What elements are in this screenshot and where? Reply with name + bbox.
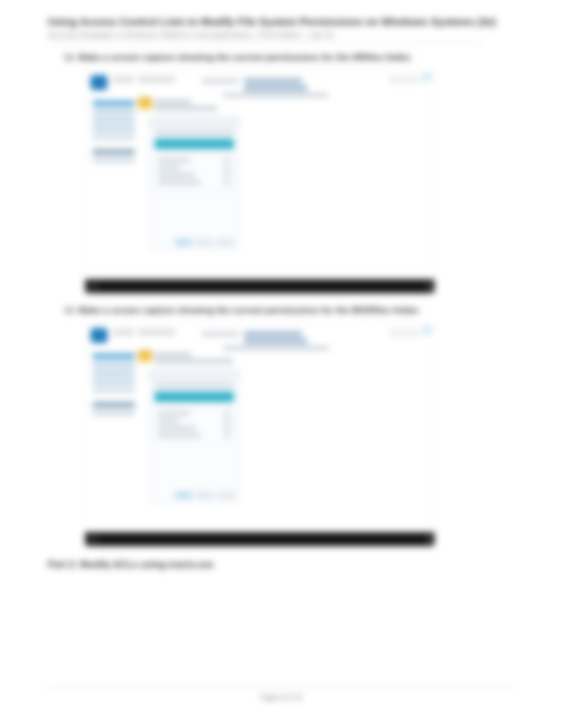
taskbar[interactable]	[85, 279, 434, 293]
file-label	[154, 352, 191, 357]
sidebar-item[interactable]	[93, 411, 135, 416]
cancel-button[interactable]	[217, 239, 235, 246]
perm-row	[158, 426, 230, 431]
taskbar[interactable]	[85, 532, 434, 546]
permissions-list	[155, 406, 234, 443]
step-text: Make a screen capture showing the curren…	[78, 305, 420, 316]
sidebar-item-thispc[interactable]	[93, 402, 135, 407]
step-text: Make a screen capture showing the curren…	[78, 52, 412, 63]
perm-row	[158, 166, 230, 171]
page-footer: Page 6 of 19	[48, 687, 514, 702]
search-input[interactable]	[389, 329, 421, 336]
tab-security[interactable]	[149, 370, 239, 380]
sidebar-item[interactable]	[93, 387, 135, 393]
search-input[interactable]	[389, 76, 421, 84]
folder-icon[interactable]	[138, 97, 152, 109]
file-label	[154, 99, 191, 104]
permissions-list	[155, 153, 234, 190]
explorer-sidebar	[93, 97, 135, 166]
sidebar-item[interactable]	[93, 134, 135, 140]
breadcrumb[interactable]	[223, 346, 329, 350]
nav-back-forward[interactable]	[113, 76, 134, 83]
explorer-icon	[90, 328, 107, 343]
perm-row	[158, 418, 230, 424]
address-bar[interactable]	[138, 329, 175, 335]
close-icon[interactable]	[423, 326, 431, 334]
perm-row	[158, 158, 230, 163]
step-13: 13. Make a screen capture showing the cu…	[64, 305, 530, 316]
step-number: 12.	[64, 52, 78, 63]
step-12: 12. Make a screen capture showing the cu…	[64, 52, 530, 63]
breadcrumb[interactable]	[223, 93, 329, 97]
breadcrumb[interactable]	[244, 86, 307, 91]
edit-button[interactable]	[175, 492, 193, 499]
screenshot-mgrfiles	[85, 323, 435, 547]
file-label	[154, 359, 233, 363]
dialog-buttons	[175, 239, 235, 246]
breadcrumb[interactable]	[202, 78, 239, 84]
breadcrumb[interactable]	[244, 331, 302, 336]
dialog-object-label	[155, 130, 234, 134]
folder-icon[interactable]	[138, 350, 152, 362]
file-label	[154, 106, 217, 111]
sidebar-item[interactable]	[93, 379, 135, 384]
step-number: 13.	[64, 305, 78, 316]
sidebar-item[interactable]	[93, 126, 135, 131]
perm-row	[158, 433, 230, 439]
dialog-group-highlight[interactable]	[155, 392, 234, 402]
breadcrumb[interactable]	[244, 339, 307, 344]
ok-button[interactable]	[196, 239, 214, 246]
perm-row	[158, 173, 230, 178]
cancel-button[interactable]	[217, 492, 235, 499]
perm-row	[158, 411, 230, 416]
dialog-group-highlight[interactable]	[155, 139, 234, 149]
sidebar-item[interactable]	[93, 158, 135, 163]
sidebar-item-quickaccess[interactable]	[93, 353, 135, 359]
sidebar-item[interactable]	[93, 109, 135, 114]
breadcrumb[interactable]	[202, 331, 239, 336]
properties-dialog	[149, 116, 240, 250]
tab-security[interactable]	[149, 117, 239, 127]
sidebar-item-thispc[interactable]	[93, 149, 135, 154]
dialog-buttons	[175, 492, 235, 499]
sidebar-item[interactable]	[93, 370, 135, 376]
sidebar-item[interactable]	[93, 362, 135, 367]
edit-button[interactable]	[175, 239, 193, 246]
sidebar-item[interactable]	[93, 117, 135, 123]
perm-row	[158, 180, 230, 186]
explorer-icon	[90, 75, 107, 90]
document-page: Using Access Control Lists to Modify Fil…	[0, 0, 562, 728]
part-heading: Part 2: Modify ACLs using icacls.exe	[48, 559, 530, 570]
ok-button[interactable]	[196, 492, 214, 499]
explorer-sidebar	[93, 350, 135, 419]
breadcrumb[interactable]	[244, 78, 302, 84]
sidebar-item-quickaccess[interactable]	[93, 101, 135, 106]
page-subtitle: Security Strategies in Windows Platforms…	[48, 30, 482, 43]
nav-back-forward[interactable]	[113, 329, 134, 335]
properties-dialog	[149, 369, 240, 503]
page-title: Using Access Control Lists to Modify Fil…	[48, 16, 530, 28]
address-bar[interactable]	[138, 76, 175, 83]
dialog-object-label	[155, 383, 234, 387]
close-icon[interactable]	[423, 73, 431, 81]
screenshot-hrfiles	[85, 70, 435, 294]
